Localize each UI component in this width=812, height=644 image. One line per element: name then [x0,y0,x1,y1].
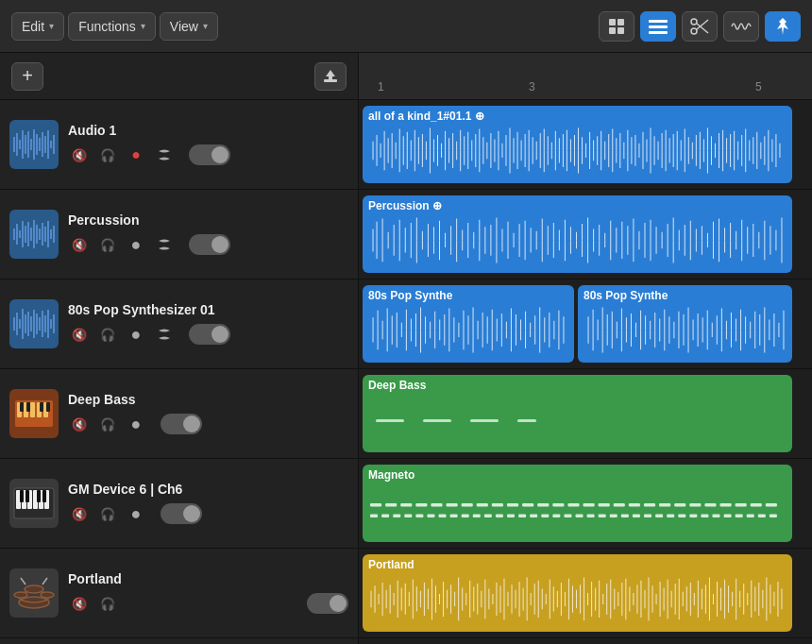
svg-rect-709 [633,515,640,517]
svg-rect-669 [522,503,533,506]
view-button[interactable]: View ▾ [160,12,218,41]
block-percussion[interactable]: Percussion ⊕ [363,195,792,273]
edit-button[interactable]: Edit ▾ [11,12,64,41]
svg-rect-716 [712,515,719,517]
track-info-percussion: Percussion 🔇 🎧 ● [68,212,348,256]
svg-point-126 [14,592,27,598]
svg-rect-700 [530,515,537,517]
functions-chevron: ▾ [141,21,145,31]
track-thumb-gm-device [9,479,59,528]
upload-icon [322,68,339,85]
wave-button[interactable] [723,11,759,42]
headphone-button-portland[interactable]: 🎧 [96,592,119,615]
track-name-portland: Portland [68,571,348,586]
headphone-button-deep-bass[interactable]: 🎧 [96,413,119,435]
scissors-button[interactable] [682,11,718,42]
midi-button-percussion[interactable] [153,233,176,256]
content-track-deep-bass: Deep Bass [359,369,812,459]
mute-button-audio1[interactable]: 🔇 [68,144,91,166]
headphone-button-gm-device[interactable]: 🎧 [96,502,119,525]
track-info-deep-bass: Deep Bass 🔇 🎧 ● [68,392,348,435]
list-view-button[interactable] [640,11,676,42]
svg-point-8 [691,19,697,25]
block-80s-pop-1[interactable]: 80s Pop Synthe [363,285,574,363]
block-audio1[interactable]: all of a kind_1#01.1 ⊕ [363,106,792,183]
mute-button-percussion[interactable]: 🔇 [68,233,91,256]
track-80s-pop: 80s Pop Synthesizer 01 🔇 🎧 ● [0,280,358,369]
list-icon [649,19,668,34]
track-toggle-audio1[interactable] [189,144,230,165]
grid-view-button[interactable] [599,11,634,42]
track-info-gm-device: GM Device 6 | Ch6 🔇 🎧 ● [68,482,348,525]
midi-button-80s-pop[interactable] [153,323,176,346]
svg-rect-687 [381,515,389,517]
svg-rect-689 [404,515,412,517]
block-deep-bass[interactable]: Deep Bass [363,375,792,452]
track-info-portland: Portland 🔇 🎧 [68,571,348,615]
headphone-button-audio1[interactable]: 🎧 [96,144,119,166]
toolbar: Edit ▾ Functions ▾ View ▾ [0,0,812,53]
svg-rect-711 [655,515,663,517]
block-portland[interactable]: Portland [363,554,792,632]
record-button-audio1[interactable]: ● [125,144,147,166]
track-toggle-portland[interactable] [307,593,348,614]
svg-rect-718 [736,515,743,517]
svg-rect-0 [609,19,616,25]
dot-button-gm-device[interactable]: ● [125,502,147,525]
dot-button-percussion[interactable]: ● [125,233,147,256]
svg-rect-710 [644,515,651,517]
svg-rect-672 [567,503,579,506]
block-wave-deep-bass [368,392,787,449]
track-audio1: Audio 1 🔇 🎧 ● [0,100,358,190]
svg-rect-667 [492,503,503,506]
track-info-80s-pop: 80s Pop Synthesizer 01 🔇 🎧 ● [68,302,348,346]
svg-rect-11 [324,79,337,82]
sidebar-header: + [0,53,358,100]
dot-button-80s-pop[interactable]: ● [125,323,147,346]
midi-button-audio1[interactable] [153,144,176,166]
svg-rect-706 [599,515,606,517]
upload-button[interactable] [314,62,347,91]
track-toggle-deep-bass[interactable] [161,414,202,434]
content-track-80s-pop: 80s Pop Synthe [359,280,812,369]
svg-rect-682 [720,503,732,506]
track-thumb-audio1 [9,120,59,169]
add-track-button[interactable]: + [11,62,43,91]
track-toggle-percussion[interactable] [189,234,230,255]
svg-rect-2 [609,27,616,34]
svg-rect-122 [37,490,41,502]
toolbar-icons [599,11,801,42]
svg-point-7 [691,28,697,34]
svg-rect-680 [689,503,701,506]
mute-button-portland[interactable]: 🔇 [68,592,91,615]
edit-chevron: ▾ [49,21,54,31]
headphone-button-80s-pop[interactable]: 🎧 [96,323,119,346]
midi-bar-3 [470,419,499,422]
mute-button-gm-device[interactable]: 🔇 [68,502,91,525]
track-toggle-gm-device[interactable] [161,503,202,524]
midi-bar-2 [423,419,451,422]
svg-rect-110 [26,402,30,412]
track-toggle-80s-pop[interactable] [189,324,230,345]
svg-rect-663 [431,503,442,506]
functions-button[interactable]: Functions ▾ [68,12,156,41]
svg-rect-707 [610,515,617,517]
svg-rect-123 [42,490,46,502]
track-name-audio1: Audio 1 [68,123,348,138]
track-controls-deep-bass: 🔇 🎧 ● [68,413,348,435]
mute-button-deep-bass[interactable]: 🔇 [68,413,91,435]
mini-wave-80s-pop [11,305,57,343]
block-magneto[interactable]: Magneto [363,465,792,542]
pin-button[interactable] [765,11,801,42]
svg-rect-3 [617,27,624,34]
edit-label: Edit [22,19,44,34]
block-80s-pop-2[interactable]: 80s Pop Synthe [578,285,792,363]
headphone-button-percussion[interactable]: 🎧 [96,233,119,256]
svg-rect-697 [496,515,503,517]
block-wave-portland [368,571,787,628]
mute-button-80s-pop[interactable]: 🔇 [68,323,91,346]
svg-rect-690 [415,515,423,517]
svg-rect-699 [518,515,526,517]
svg-rect-698 [507,515,515,517]
dot-button-deep-bass[interactable]: ● [125,413,147,435]
